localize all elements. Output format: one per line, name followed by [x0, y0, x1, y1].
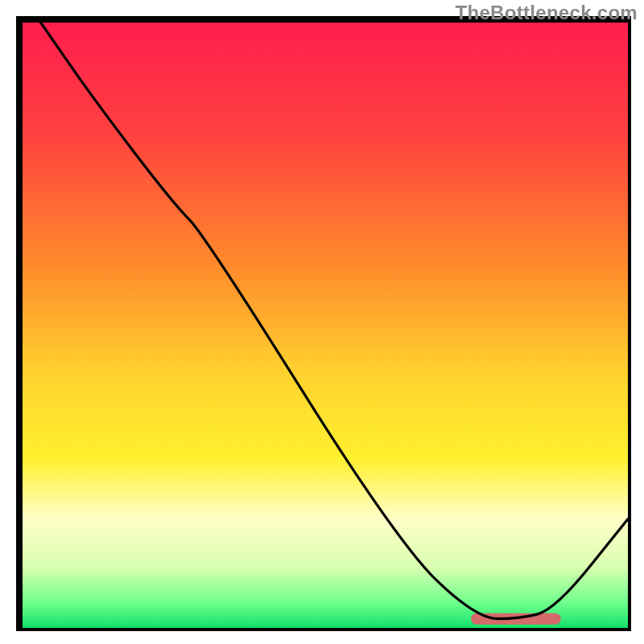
bottleneck-chart: TheBottleneck.com	[0, 0, 644, 644]
chart-svg	[0, 0, 644, 644]
plot-background	[23, 23, 628, 628]
watermark-text: TheBottleneck.com	[456, 2, 638, 24]
